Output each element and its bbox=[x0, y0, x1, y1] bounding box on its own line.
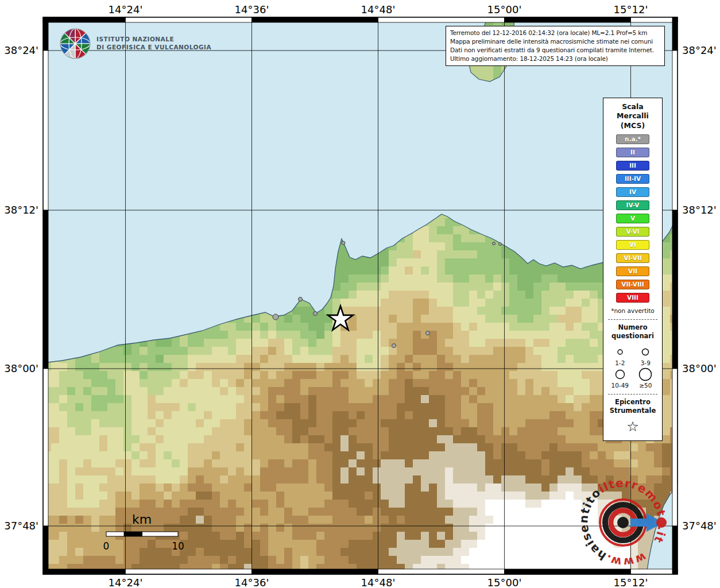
legend-divider-2 bbox=[608, 394, 657, 394]
legend-class-ii: II bbox=[616, 148, 649, 157]
frame-segment-top bbox=[505, 17, 631, 22]
legend-class-vi-vii: VI-VII bbox=[616, 253, 649, 263]
epicenter-legend-icon: ☆ bbox=[626, 420, 639, 434]
legend-title: Scala Mercalli (MCS) bbox=[617, 102, 649, 130]
questionnaire-point bbox=[342, 241, 345, 245]
legend-class-iv-v: IV-V bbox=[616, 200, 649, 210]
legend-size-10-49: 10-49 bbox=[611, 367, 629, 389]
lat-label-right: 37°48' bbox=[682, 520, 717, 532]
lon-label-top: 14°24' bbox=[109, 3, 143, 16]
frame-segment-left bbox=[43, 210, 48, 369]
frame-segment-bottom bbox=[378, 569, 505, 574]
lon-label-top: 14°36' bbox=[235, 3, 269, 16]
questionnaire-point bbox=[493, 242, 496, 245]
macroseismic-map-figure: km 0 10 www.haisentitoilterremoto.it 14°… bbox=[0, 0, 720, 588]
frame-segment-left bbox=[43, 526, 48, 574]
frame-segment-right bbox=[672, 210, 678, 369]
event-info-box: Terremoto del 12-12-2016 02:14:32 (ora l… bbox=[446, 26, 665, 66]
questionnaire-size-icon bbox=[613, 367, 628, 382]
event-info-line3: Dati non verificati estratti da 9 questi… bbox=[450, 46, 660, 55]
lon-label-bottom: 14°36' bbox=[235, 577, 269, 588]
questionnaire-point bbox=[426, 331, 430, 335]
frame-segment-bottom bbox=[631, 569, 678, 574]
questionnaire-size-icon bbox=[638, 367, 653, 382]
lon-label-bottom: 14°24' bbox=[109, 577, 143, 588]
frame-segment-left bbox=[43, 369, 48, 526]
scale-bar-start-label: 0 bbox=[103, 540, 110, 552]
watermark-bullseye bbox=[617, 517, 629, 528]
legend-class-iii-iv: III-IV bbox=[616, 174, 649, 184]
frame-segment-right bbox=[672, 17, 678, 51]
event-info-line2: Mappa preliminare delle intensità macros… bbox=[450, 37, 660, 46]
legend-footnote: *non avvertito bbox=[611, 307, 655, 314]
legend-class-vii: VII bbox=[616, 266, 649, 276]
legend-class-n-a-: n.a.* bbox=[616, 134, 649, 144]
frame-segment-top bbox=[43, 17, 126, 22]
legend-class-vi: VI bbox=[616, 240, 649, 250]
legend-class-iii: III bbox=[616, 161, 649, 171]
legend-size--50: ≥50 bbox=[637, 367, 655, 389]
questionnaire-point bbox=[299, 297, 303, 301]
legend-panel: Scala Mercalli (MCS) n.a.*IIIIIIII-IVIVI… bbox=[603, 98, 663, 441]
questionnaire-point bbox=[273, 314, 278, 320]
legend-divider-1 bbox=[608, 319, 657, 320]
legend-questionnaire-sizes: 1-23-910-49≥50 bbox=[611, 345, 654, 389]
legend-epicenter-title: Epicentro Strumentale bbox=[610, 398, 656, 416]
scale-bar-segment bbox=[124, 532, 142, 536]
legend-class-vii-viii: VII-VIII bbox=[616, 280, 649, 289]
lon-label-bottom: 15°12' bbox=[614, 577, 648, 588]
legend-size-label: 1-2 bbox=[615, 359, 625, 366]
frame-segment-bottom bbox=[505, 569, 631, 574]
lon-label-top: 14°48' bbox=[361, 3, 396, 16]
questionnaire-point bbox=[499, 243, 502, 246]
lat-label-left: 38°12' bbox=[4, 204, 38, 216]
legend-questionnaires-title: Numero questionari bbox=[611, 323, 654, 341]
frame-segment-top bbox=[631, 17, 678, 22]
scale-bar-end-label: 10 bbox=[172, 540, 184, 552]
legend-size-1-2: 1-2 bbox=[611, 345, 629, 366]
lat-label-left: 38°00' bbox=[4, 362, 38, 374]
questionnaire-point bbox=[392, 344, 396, 348]
frame-segment-bottom bbox=[43, 569, 126, 574]
ingv-globe-icon bbox=[60, 29, 90, 59]
legend-class-viii: VIII bbox=[616, 293, 649, 303]
frame-segment-top bbox=[252, 17, 378, 22]
lon-label-bottom: 14°48' bbox=[361, 577, 396, 588]
questionnaire-point bbox=[313, 312, 318, 316]
lat-label-left: 37°48' bbox=[4, 520, 38, 532]
scale-bar-segment bbox=[142, 532, 179, 536]
lon-label-top: 15°00' bbox=[487, 3, 522, 16]
questionnaire-size-icon bbox=[638, 345, 653, 359]
event-info-line1: Terremoto del 12-12-2016 02:14:32 (ora l… bbox=[450, 29, 660, 37]
legend-class-iv: IV bbox=[616, 187, 649, 197]
frame-segment-top bbox=[126, 17, 252, 22]
legend-intensity-scale: n.a.*IIIIIIII-IVIVIV-VVV-VIVIVI-VIIVIIVI… bbox=[616, 134, 649, 303]
lat-label-left: 38°24' bbox=[4, 44, 38, 56]
legend-class-v: V bbox=[616, 214, 649, 223]
lat-label-right: 38°00' bbox=[682, 362, 717, 374]
lat-label-right: 38°12' bbox=[682, 204, 717, 216]
frame-segment-right bbox=[672, 526, 678, 574]
event-info-line4: Ultimo aggiornamento: 18-12-2025 14:23 (… bbox=[450, 55, 660, 63]
frame-segment-right bbox=[672, 51, 678, 210]
frame-segment-bottom bbox=[126, 569, 252, 574]
legend-size-3-9: 3-9 bbox=[637, 345, 655, 366]
questionnaire-size-icon bbox=[613, 345, 628, 359]
scale-bar-segment bbox=[106, 532, 124, 536]
ingv-org-line1: ISTITUTO NAZIONALE bbox=[96, 36, 174, 42]
ingv-org-line2: DI GEOFISICA E VULCANOLOGIA bbox=[96, 44, 212, 51]
lon-label-bottom: 15°00' bbox=[487, 577, 522, 588]
legend-size-label: 10-49 bbox=[611, 382, 629, 389]
legend-class-v-vi: V-VI bbox=[616, 227, 649, 237]
frame-segment-right bbox=[672, 369, 678, 526]
lon-label-top: 15°12' bbox=[614, 3, 648, 16]
legend-size-label: ≥50 bbox=[639, 382, 652, 389]
scale-bar-segments bbox=[106, 532, 178, 536]
frame-segment-top bbox=[378, 17, 505, 22]
frame-segment-bottom bbox=[252, 569, 378, 574]
frame-segment-left bbox=[43, 17, 48, 51]
lat-label-right: 38°24' bbox=[682, 44, 717, 56]
frame-segment-left bbox=[43, 51, 48, 210]
scale-bar-unit: km bbox=[132, 512, 152, 527]
legend-size-label: 3-9 bbox=[641, 359, 651, 366]
